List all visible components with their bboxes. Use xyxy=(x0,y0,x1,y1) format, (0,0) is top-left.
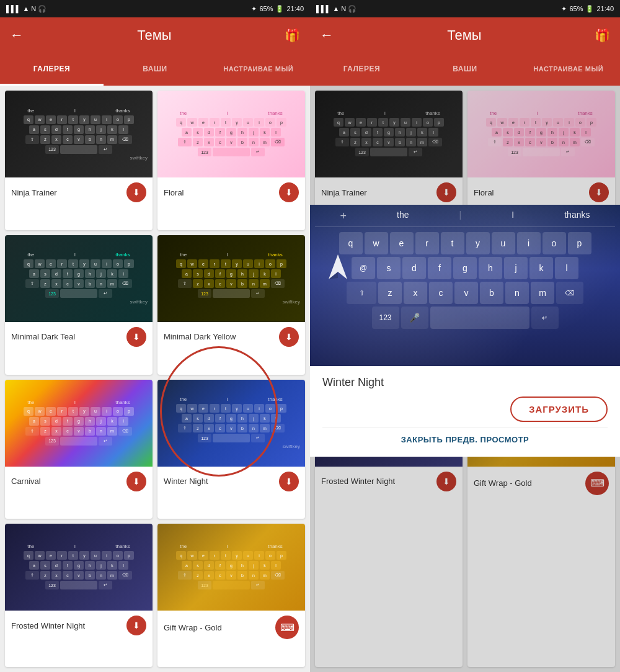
signal-icon-r: ▌▌▌ xyxy=(316,5,330,12)
theme-footer-carnival: Carnival ⬇ xyxy=(5,467,153,496)
download-yellow[interactable]: ⬇ xyxy=(279,327,299,347)
key-backspace[interactable]: ⌫ xyxy=(556,282,583,304)
key-row-4: 123 🎤 ↵ xyxy=(315,307,615,329)
suggestion-i: I xyxy=(512,210,514,223)
theme-card-minimal-yellow[interactable]: theIthanks qwertyuiop asdfghjkl ⇧zxcvbnm… xyxy=(157,235,305,375)
key-row-1: q w e r t y u i o p xyxy=(315,232,615,254)
key-e[interactable]: e xyxy=(390,232,414,254)
key-p[interactable]: p xyxy=(568,232,591,254)
theme-name-floral: Floral xyxy=(164,188,184,197)
key-n[interactable]: n xyxy=(505,282,529,304)
status-bar-right: ▌▌▌ ▲ N 🎧 ✦ 65% 🔋 21:40 xyxy=(310,0,620,17)
key-q[interactable]: q xyxy=(339,232,363,254)
download-frosted[interactable]: ⬇ xyxy=(126,616,146,635)
key-d[interactable]: d xyxy=(402,257,426,279)
theme-card-frosted[interactable]: theIthanks qwertyuiop asdfghjkl ⇧zxcvbnm… xyxy=(5,524,153,667)
theme-footer-yellow: Minimal Dark Yellow ⬇ xyxy=(157,322,305,352)
key-shift[interactable]: ⇧ xyxy=(347,282,376,304)
key-123[interactable]: 123 xyxy=(372,307,399,329)
key-z[interactable]: z xyxy=(378,282,402,304)
app-bar-right: ← Темы 🎁 xyxy=(310,17,620,53)
right-panel: ▌▌▌ ▲ N 🎧 ✦ 65% 🔋 21:40 ← Темы 🎁 ГАЛЕРЕЯ… xyxy=(310,0,620,672)
tab-yours-left[interactable]: ВАШИ xyxy=(104,53,207,86)
tab-gallery-left[interactable]: ГАЛЕРЕЯ xyxy=(0,53,104,86)
tab-yours-right[interactable]: ВАШИ xyxy=(414,53,517,86)
modal-close-preview[interactable]: ЗАКРЫТЬ ПРЕДВ. ПРОСМОТР xyxy=(322,427,608,452)
key-r[interactable]: r xyxy=(415,232,439,254)
key-g[interactable]: g xyxy=(453,257,477,279)
wifi-icon: ▲ xyxy=(22,5,29,12)
tab-customize-right[interactable]: НАСТРАИВАЕ МЫЙ xyxy=(516,53,620,86)
time-left: 21:40 xyxy=(286,5,304,12)
keyboard-keys-area: + the | I thanks q w e r t y u i o xyxy=(310,205,620,366)
tab-gallery-right[interactable]: ГАЛЕРЕЯ xyxy=(310,53,414,86)
theme-card-giftwrap[interactable]: theIthanks qwertyuiop asdfghjkl ⇧zxcvbnm… xyxy=(157,524,305,667)
gift-icon-left[interactable]: 🎁 xyxy=(285,28,300,43)
theme-footer-floral: Floral ⬇ xyxy=(157,177,305,207)
key-at[interactable]: @ xyxy=(352,257,375,279)
key-x[interactable]: x xyxy=(404,282,427,304)
theme-name-teal: Minimal Dark Teal xyxy=(11,332,75,341)
keyboard-button[interactable]: ⌨ xyxy=(275,616,299,639)
key-f[interactable]: f xyxy=(428,257,451,279)
theme-footer-frosted: Frosted Winter Night ⬇ xyxy=(5,611,153,640)
key-w[interactable]: w xyxy=(365,232,388,254)
theme-footer-giftwrap: Gift Wrap - Gold ⌨ xyxy=(157,611,305,644)
page-title-left: Темы xyxy=(9,27,300,43)
theme-preview-giftwrap: theIthanks qwertyuiop asdfghjkl ⇧zxcvbnm… xyxy=(157,524,305,611)
key-enter[interactable]: ↵ xyxy=(531,307,559,329)
headset-icon-r: 🎧 xyxy=(348,5,356,13)
download-carnival[interactable]: ⬇ xyxy=(126,472,146,491)
key-mic[interactable]: 🎤 xyxy=(401,307,428,329)
battery-icon: 🔋 xyxy=(275,5,284,13)
modal-info: Winter Night ЗАГРУЗИТЬ ЗАКРЫТЬ ПРЕДВ. ПР… xyxy=(310,366,620,457)
modal-actions: ЗАГРУЗИТЬ xyxy=(322,396,608,422)
key-v[interactable]: v xyxy=(454,282,478,304)
theme-card-floral[interactable]: theIthanks qwertyuiop asdfghjkl ⇧zxcvbnm… xyxy=(157,91,305,230)
download-teal[interactable]: ⬇ xyxy=(126,327,146,347)
theme-name-frosted: Frosted Winter Night xyxy=(11,621,85,630)
theme-card-winter[interactable]: theIthanks qwertyuiop asdfghjkl ⇧zxcvbnm… xyxy=(157,380,305,519)
key-l[interactable]: l xyxy=(555,257,578,279)
theme-preview-floral: theIthanks qwertyuiop asdfghjkl ⇧zxcvbnm… xyxy=(157,91,305,177)
theme-card-ninja[interactable]: theIthanks qwertyuiop asdfghjkl ⇧zxcvbnm… xyxy=(5,91,153,230)
tab-bar-left: ГАЛЕРЕЯ ВАШИ НАСТРАИВАЕ МЫЙ xyxy=(0,53,310,86)
theme-name-ninja: Ninja Trainer xyxy=(11,188,57,197)
theme-footer-teal: Minimal Dark Teal ⬇ xyxy=(5,322,153,352)
theme-footer-ninja: Ninja Trainer ⬇ xyxy=(5,177,153,207)
status-icons-left: ▌▌▌ ▲ N 🎧 xyxy=(6,5,46,13)
battery-icon-r: 🔋 xyxy=(585,5,594,13)
theme-card-minimal-teal[interactable]: theIthanks qwertyuiop asdfghjkl ⇧zxcvbnm… xyxy=(5,235,153,375)
theme-card-carnival[interactable]: theIthanks qwertyuiop asdfghjkl ⇧zxcvbnm… xyxy=(5,380,153,519)
key-u[interactable]: u xyxy=(492,232,515,254)
key-h[interactable]: h xyxy=(479,257,502,279)
keyboard-expanded-preview: + the | I thanks q w e r t y u i o xyxy=(310,205,620,366)
key-t[interactable]: t xyxy=(441,232,464,254)
download-floral[interactable]: ⬇ xyxy=(279,182,299,202)
suggestion-thanks: thanks xyxy=(564,210,590,223)
gift-icon-right[interactable]: 🎁 xyxy=(595,28,610,43)
page-title-right: Темы xyxy=(319,27,610,43)
key-k[interactable]: k xyxy=(529,257,553,279)
theme-name-giftwrap: Gift Wrap - Gold xyxy=(164,623,222,632)
key-b[interactable]: b xyxy=(480,282,503,304)
tab-customize-left[interactable]: НАСТРАИВАЕ МЫЙ xyxy=(206,53,310,86)
key-c[interactable]: c xyxy=(429,282,453,304)
key-m[interactable]: m xyxy=(531,282,554,304)
key-space[interactable] xyxy=(430,307,529,329)
bluetooth-icon: ✦ xyxy=(251,5,257,13)
theme-name-carnival: Carnival xyxy=(11,477,41,486)
modal-download-button[interactable]: ЗАГРУЗИТЬ xyxy=(510,396,608,422)
suggestion-separator: | xyxy=(459,210,462,223)
left-panel: ▌▌▌ ▲ N 🎧 ✦ 65% 🔋 21:40 ← Темы 🎁 ГАЛЕРЕЯ… xyxy=(0,0,310,672)
key-y[interactable]: y xyxy=(466,232,490,254)
key-j[interactable]: j xyxy=(504,257,528,279)
suggestion-the: the xyxy=(397,210,409,223)
key-o[interactable]: o xyxy=(542,232,566,254)
download-winter[interactable]: ⬇ xyxy=(279,472,299,491)
download-ninja[interactable]: ⬇ xyxy=(126,182,146,202)
headset-icon: 🎧 xyxy=(38,5,46,13)
key-i[interactable]: i xyxy=(517,232,541,254)
key-s[interactable]: s xyxy=(377,257,401,279)
bluetooth-icon-r: ✦ xyxy=(561,5,567,13)
